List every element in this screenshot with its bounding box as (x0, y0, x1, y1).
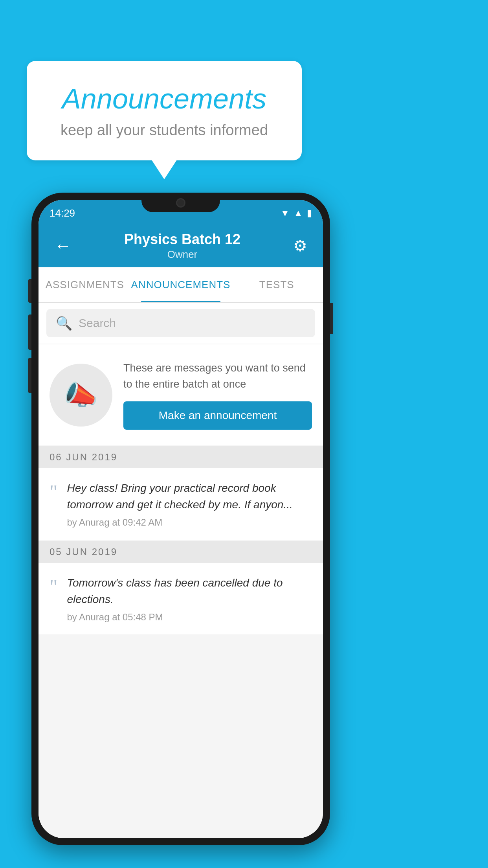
phone-notch (141, 193, 220, 212)
announcement-prompt-text: These are messages you want to send to t… (123, 360, 312, 392)
quote-icon-2: " (50, 577, 57, 596)
announcement-prompt: 📣 These are messages you want to send to… (39, 344, 323, 445)
front-camera (176, 198, 185, 208)
bubble-subtitle: keep all your students informed (50, 122, 278, 139)
app-bar-subtitle: Owner (124, 248, 240, 261)
speech-bubble-container: Announcements keep all your students inf… (27, 61, 302, 160)
announcement-message-2: Tomorrow's class has been cancelled due … (67, 575, 312, 608)
search-bar[interactable]: 🔍 Search (46, 309, 315, 337)
date-separator-2: 05 JUN 2019 (39, 541, 323, 563)
bubble-title: Announcements (50, 83, 278, 115)
announcement-meta-2: by Anurag at 05:48 PM (67, 612, 312, 623)
tab-announcements[interactable]: ANNOUNCEMENTS (131, 267, 231, 302)
battery-icon: ▮ (307, 208, 312, 219)
volume-up-button (28, 279, 31, 303)
phone-screen: 14:29 ▼ ▲ ▮ ← Physics Batch 12 Owner ⚙ A… (39, 200, 323, 838)
status-icons: ▼ ▲ ▮ (280, 208, 312, 219)
tab-assignments[interactable]: ASSIGNMENTS (39, 267, 131, 302)
announcement-prompt-right: These are messages you want to send to t… (123, 360, 312, 430)
screen-content: 🔍 Search 📣 These are messages you want t… (39, 303, 323, 838)
app-bar: ← Physics Batch 12 Owner ⚙ (39, 224, 323, 267)
silent-button (28, 358, 31, 393)
make-announcement-button[interactable]: Make an announcement (123, 401, 312, 430)
signal-icon: ▲ (294, 208, 303, 219)
date-separator-1: 06 JUN 2019 (39, 446, 323, 468)
wifi-icon: ▼ (280, 208, 290, 219)
announcement-icon-circle: 📣 (50, 364, 112, 427)
announcement-item-2[interactable]: " Tomorrow's class has been cancelled du… (39, 563, 323, 635)
search-bar-wrapper: 🔍 Search (39, 303, 323, 344)
announcement-text-group-1: Hey class! Bring your practical record b… (67, 480, 312, 528)
power-button (330, 303, 333, 334)
back-button[interactable]: ← (50, 232, 75, 259)
search-icon: 🔍 (56, 315, 72, 331)
status-time: 14:29 (50, 207, 75, 219)
announcement-message-1: Hey class! Bring your practical record b… (67, 480, 312, 513)
speech-bubble: Announcements keep all your students inf… (27, 61, 302, 160)
announcement-meta-1: by Anurag at 09:42 AM (67, 517, 312, 528)
phone-container: 14:29 ▼ ▲ ▮ ← Physics Batch 12 Owner ⚙ A… (31, 193, 330, 845)
announcement-item-1[interactable]: " Hey class! Bring your practical record… (39, 468, 323, 540)
tabs-bar: ASSIGNMENTS ANNOUNCEMENTS TESTS (39, 267, 323, 303)
app-bar-title-group: Physics Batch 12 Owner (124, 231, 240, 261)
phone-frame: 14:29 ▼ ▲ ▮ ← Physics Batch 12 Owner ⚙ A… (31, 193, 330, 845)
announcement-text-group-2: Tomorrow's class has been cancelled due … (67, 575, 312, 623)
volume-down-button (28, 314, 31, 350)
quote-icon-1: " (50, 482, 57, 502)
search-input[interactable]: Search (79, 316, 116, 330)
settings-icon[interactable]: ⚙ (289, 233, 311, 259)
app-bar-title: Physics Batch 12 (124, 231, 240, 248)
megaphone-icon: 📣 (64, 379, 98, 411)
tab-tests[interactable]: TESTS (230, 267, 323, 302)
